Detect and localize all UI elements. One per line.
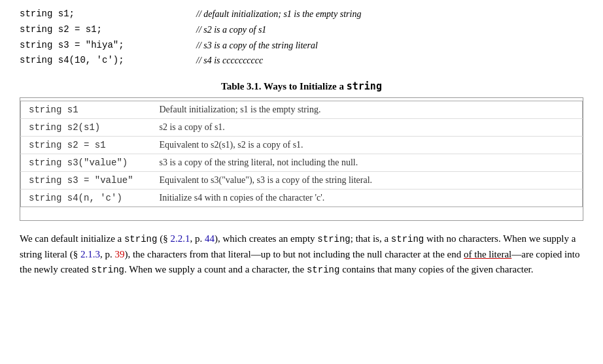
prose-pg-39[interactable]: 39 bbox=[114, 249, 124, 259]
code-stmt: string s4(10, 'c'); bbox=[20, 53, 196, 69]
prose-link-221[interactable]: 2.2.1 bbox=[170, 233, 190, 244]
table-cell-desc: Equivalent to s3("value"), s3 is a copy … bbox=[152, 172, 583, 190]
table-cell-desc: Equivalent to s2(s1), s2 is a copy of s1… bbox=[152, 137, 583, 154]
table-cell-desc: Default initialization; s1 is the empty … bbox=[152, 101, 583, 119]
prose-text: We can default initialize a string (§ 2.… bbox=[20, 233, 579, 274]
table-cell-desc: s2 is a copy of s1. bbox=[152, 119, 583, 137]
table-cell-code: string s3 = "value" bbox=[21, 172, 152, 190]
table-cell-code: string s4(n, 'c') bbox=[21, 190, 152, 207]
code-block: string s1;// default initialization; s1 … bbox=[20, 7, 583, 69]
table-row: string s1Default initialization; s1 is t… bbox=[21, 101, 583, 119]
table-section: Table 3.1. Ways to Initialize a string s… bbox=[20, 80, 583, 221]
code-line: string s4(10, 'c');// s4 is cccccccccc bbox=[20, 53, 583, 69]
code-comment: // s4 is cccccccccc bbox=[196, 53, 263, 69]
code-line: string s1;// default initialization; s1 … bbox=[20, 7, 583, 22]
table-title: Table 3.1. Ways to Initialize a string bbox=[20, 80, 583, 92]
prose-code-string4: string bbox=[92, 265, 124, 275]
table-cell-code: string s3("value") bbox=[21, 154, 152, 172]
table-row: string s2 = s1Equivalent to s2(s1), s2 i… bbox=[21, 137, 583, 154]
code-comment: // default initialization; s1 is the emp… bbox=[196, 7, 361, 22]
prose-code-string: string bbox=[124, 234, 157, 244]
table-title-text: Table 3.1. Ways to Initialize a bbox=[221, 81, 344, 91]
table-row: string s4(n, 'c')Initialize s4 with n co… bbox=[21, 190, 583, 207]
prose-code-string2: string bbox=[317, 234, 350, 244]
table-wrapper: string s1Default initialization; s1 is t… bbox=[20, 97, 583, 221]
prose-link-213[interactable]: 2.1.3 bbox=[80, 249, 100, 259]
table-row: string s3("value")s3 is a copy of the st… bbox=[21, 154, 583, 172]
prose-section: We can default initialize a string (§ 2.… bbox=[20, 231, 583, 278]
code-comment: // s3 is a copy of the string literal bbox=[196, 38, 318, 54]
table-cell-desc: s3 is a copy of the string literal, not … bbox=[152, 154, 583, 172]
table-cell-code: string s2 = s1 bbox=[21, 137, 152, 154]
code-line: string s2 = s1;// s2 is a copy of s1 bbox=[20, 22, 583, 38]
prose-underlined: of the literal bbox=[464, 249, 511, 259]
code-line: string s3 = "hiya";// s3 is a copy of th… bbox=[20, 38, 583, 54]
prose-code-string5: string bbox=[307, 265, 339, 275]
code-stmt: string s1; bbox=[20, 7, 196, 22]
table-row: string s2(s1)s2 is a copy of s1. bbox=[21, 119, 583, 137]
table-cell-code: string s1 bbox=[21, 101, 152, 119]
init-table: string s1Default initialization; s1 is t… bbox=[20, 101, 583, 207]
table-cell-code: string s2(s1) bbox=[21, 119, 152, 137]
table-title-code: string bbox=[347, 80, 382, 92]
code-stmt: string s2 = s1; bbox=[20, 22, 196, 38]
code-comment: // s2 is a copy of s1 bbox=[196, 22, 266, 38]
prose-pg-44[interactable]: 44 bbox=[205, 233, 215, 244]
prose-code-string3: string bbox=[391, 234, 424, 244]
table-row: string s3 = "value"Equivalent to s3("val… bbox=[21, 172, 583, 190]
table-cell-desc: Initialize s4 with n copies of the chara… bbox=[152, 190, 583, 207]
code-stmt: string s3 = "hiya"; bbox=[20, 38, 196, 54]
